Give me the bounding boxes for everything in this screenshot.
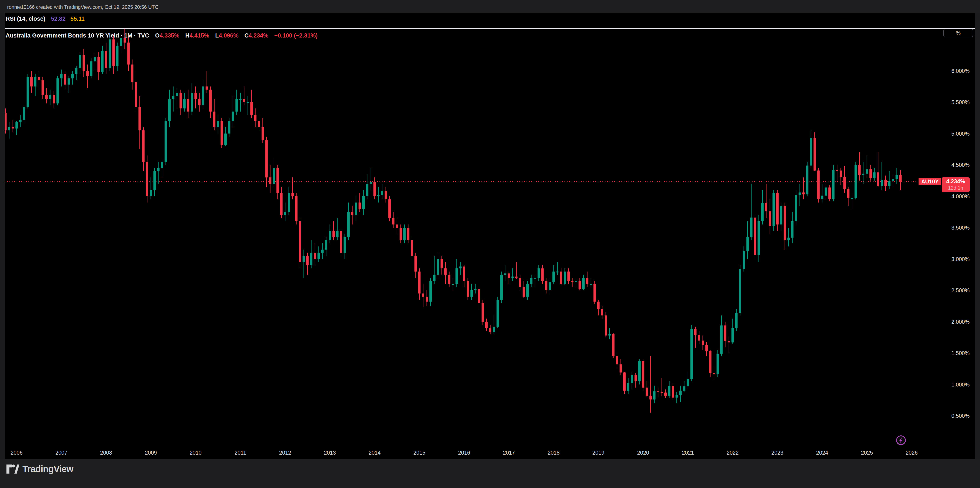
candle-body [422, 294, 424, 297]
candle-body [679, 391, 682, 395]
candle-body [698, 335, 700, 340]
candle-body [657, 391, 659, 392]
change-value: −0.100 (−2.31%) [274, 32, 318, 39]
candle-body [743, 251, 745, 269]
candle-body [631, 375, 633, 383]
candle-body [109, 40, 111, 68]
candle-body [284, 212, 286, 215]
candle-body [239, 99, 242, 100]
candle-body [299, 221, 301, 262]
candle-body [414, 256, 417, 272]
candle-body [407, 227, 409, 240]
candle-body [280, 193, 283, 215]
candle-body [769, 211, 771, 226]
candle-body [817, 170, 819, 199]
candle-body [471, 290, 473, 297]
candle-body [847, 189, 850, 198]
candle-wick [576, 278, 576, 287]
candle-body [802, 192, 805, 194]
candlestick-chart[interactable] [0, 0, 980, 488]
year-label: 2019 [592, 450, 605, 456]
candle-body [429, 281, 432, 302]
candle-body [788, 238, 790, 240]
candle-body [176, 93, 178, 96]
candle-body [94, 57, 96, 61]
high-label: H [185, 32, 189, 39]
candle-body [825, 188, 827, 196]
candle-body [75, 68, 77, 74]
year-label: 2009 [145, 450, 157, 456]
candle-body [474, 289, 477, 290]
candle-body [131, 64, 134, 82]
candle-body [523, 287, 525, 297]
candle-wick [837, 165, 837, 181]
candle-body [4, 113, 7, 130]
candle-wick [475, 284, 476, 294]
candle-body [150, 190, 152, 196]
candle-body [757, 221, 760, 255]
candle-body [396, 224, 398, 227]
candle-body [892, 179, 894, 181]
candle-body [288, 193, 290, 212]
candle-body [635, 375, 637, 381]
candle-body [642, 361, 644, 388]
candle-wick [244, 86, 245, 105]
year-label: 2016 [458, 450, 470, 456]
candle-body [564, 272, 566, 284]
candle-body [653, 391, 655, 400]
candle-body [799, 192, 801, 195]
time-axis[interactable]: 2006200720082009201020112012201320142015… [5, 448, 975, 459]
candle-body [530, 278, 532, 284]
candle-body [668, 386, 670, 396]
candle-body [157, 168, 159, 172]
candle-body [624, 372, 626, 391]
candle-body [780, 206, 782, 224]
candle-body [773, 193, 775, 226]
year-label: 2021 [682, 450, 694, 456]
candle-body [198, 99, 200, 105]
candle-body [12, 127, 14, 129]
candle-body [888, 181, 891, 186]
price-scale[interactable]: 6.000%5.500%5.000%4.500%4.000%3.500%3.00… [910, 28, 975, 459]
candle-body [716, 354, 719, 374]
candle-body [332, 231, 335, 237]
year-label: 2015 [414, 450, 425, 456]
candle-body [504, 273, 506, 275]
candle-body [153, 171, 156, 190]
candle-body [79, 55, 81, 68]
tradingview-logo[interactable]: TradingView [6, 464, 73, 474]
candle-body [34, 77, 37, 87]
candle-body [269, 177, 272, 184]
candle-body [705, 345, 708, 351]
symbol-legend[interactable]: Australia Government Bonds 10 YR Yield ·… [6, 32, 318, 40]
low-label: L [215, 32, 219, 39]
candle-wick [13, 120, 13, 132]
candle-body [664, 393, 667, 396]
candle-wick [516, 262, 517, 279]
candle-body [321, 250, 324, 253]
candle-body [235, 99, 238, 111]
lightning-fab-button[interactable] [896, 435, 906, 445]
year-label: 2008 [100, 450, 112, 456]
open-value: 4.335% [159, 32, 180, 39]
year-label: 2012 [279, 450, 291, 456]
price-unit-button[interactable]: % [943, 29, 973, 37]
candle-wick [863, 162, 864, 184]
candle-body [86, 71, 89, 76]
candle-body [683, 386, 685, 391]
candle-body [359, 203, 361, 209]
candle-body [496, 300, 499, 327]
candle-body [347, 212, 350, 237]
candle-wick [676, 392, 677, 403]
candle-body [291, 193, 294, 196]
candle-body [127, 43, 130, 65]
price-tick-label: 4.000% [951, 193, 970, 200]
candle-body [366, 184, 368, 196]
candle-body [646, 388, 648, 396]
low-value: 4.096% [219, 32, 239, 39]
candle-body [582, 278, 585, 289]
candle-body [403, 227, 406, 240]
candle-body [169, 99, 171, 121]
candle-body [164, 121, 167, 162]
price-tick-label: 2.500% [951, 287, 970, 294]
